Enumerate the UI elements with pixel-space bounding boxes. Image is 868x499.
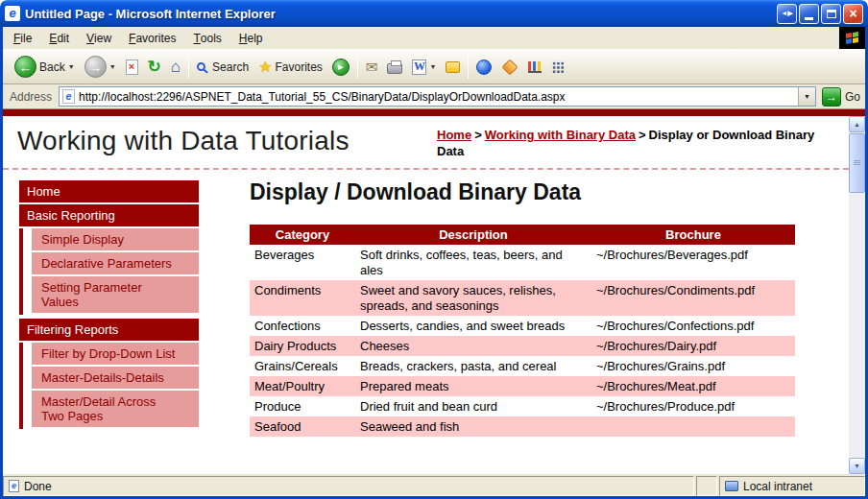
local-intranet-icon	[725, 481, 738, 491]
breadcrumb-separator: >	[639, 128, 646, 142]
cell-brochure: ~/Brochures/Beverages.pdf	[591, 245, 795, 280]
ie-logo-icon: e	[5, 6, 20, 21]
page-title: Display / Download Binary Data	[250, 179, 827, 205]
favorites-star-icon: ★	[258, 59, 272, 75]
edit-dropdown-icon[interactable]: ▼	[429, 63, 436, 70]
status-left-panel: Done	[3, 476, 694, 496]
close-button[interactable]: ×	[843, 4, 863, 24]
mail-button[interactable]: ✉	[361, 53, 383, 82]
sidebar-item-master-detail-across-two-pages[interactable]: Master/Detail Across Two Pages	[32, 391, 199, 427]
sidebar-item-filtering-reports[interactable]: Filtering Reports	[19, 319, 199, 341]
research-button[interactable]	[523, 53, 546, 82]
breadcrumb-link-working-with-binary-data[interactable]: Working with Binary Data	[485, 128, 636, 142]
sidebar-item-master-details-details[interactable]: Master-Details-Details	[32, 367, 199, 389]
table-row-dairy-products: Dairy ProductsCheeses~/Brochures/Dairy.p…	[250, 336, 795, 356]
address-bar: Address e http://localhost:2296/ASPNET_D…	[3, 84, 865, 109]
search-label: Search	[212, 60, 249, 74]
status-right-panel: Local intranet	[719, 476, 865, 496]
home-icon: ⌂	[171, 59, 181, 75]
msn-icon	[502, 59, 518, 75]
sidebar-item-setting-parameter-values[interactable]: Setting Parameter Values	[32, 276, 199, 313]
table-head: CategoryDescriptionBrochure	[250, 225, 795, 245]
forward-icon: →	[84, 56, 107, 78]
minimize-button[interactable]	[799, 4, 819, 24]
messenger-button[interactable]	[471, 53, 496, 82]
sidebar-item-home[interactable]: Home	[19, 180, 199, 202]
forward-button[interactable]: → ▼	[80, 53, 121, 82]
cell-description: Seaweed and fish	[355, 416, 591, 437]
media-play-glyph: ▸	[338, 60, 344, 73]
status-middle-panel	[696, 476, 717, 496]
minimize-icon	[805, 17, 813, 20]
media-button[interactable]: ▸	[327, 53, 354, 82]
home-button[interactable]: ⌂	[166, 53, 185, 82]
table-row-meat-poultry: Meat/PoultryPrepared meats~/Brochures/Me…	[250, 376, 795, 396]
quick-links-button[interactable]	[546, 53, 568, 82]
scroll-down-icon: ▼	[854, 463, 860, 469]
window-border-left	[0, 27, 3, 499]
back-button[interactable]: ← Back ▼	[10, 53, 80, 82]
page-icon-glyph: e	[65, 91, 71, 102]
menu-help[interactable]: Help	[230, 27, 272, 49]
cell-brochure: ~/Brochures/Grains.pdf	[591, 356, 795, 376]
table-row-condiments: CondimentsSweet and savory sauces, relis…	[250, 280, 795, 316]
research-icon	[528, 61, 542, 73]
refresh-button[interactable]: ↻	[143, 53, 166, 82]
back-dropdown-icon[interactable]: ▼	[68, 63, 75, 70]
cell-category: Dairy Products	[250, 336, 355, 356]
window-title: Untitled Page - Microsoft Internet Explo…	[25, 7, 276, 21]
toolbar: ← Back ▼ → ▼ × ↻ ⌂ Search ★ Favorites ▸	[3, 50, 865, 84]
table-header-description: Description	[355, 225, 591, 245]
sidebar-item-declarative-parameters[interactable]: Declarative Parameters	[32, 252, 199, 274]
maximize-icon	[827, 10, 836, 18]
scrollbar-thumb[interactable]	[849, 133, 865, 193]
cell-category: Meat/Poultry	[250, 376, 355, 396]
go-button[interactable]: → Go	[822, 87, 860, 107]
sidebar-item-filter-by-drop-down-list[interactable]: Filter by Drop-Down List	[32, 343, 199, 365]
menu-edit[interactable]: Edit	[40, 27, 78, 49]
window-arrows-button[interactable]: ◄▶	[777, 4, 797, 24]
scroll-up-button[interactable]: ▲	[849, 116, 865, 132]
title-bar[interactable]: e Untitled Page - Microsoft Internet Exp…	[0, 0, 868, 27]
print-button[interactable]	[382, 53, 407, 82]
menu-file[interactable]: File	[5, 27, 40, 49]
cell-category: Produce	[250, 396, 355, 416]
go-arrow-glyph: →	[826, 90, 837, 104]
search-button[interactable]: Search	[192, 53, 253, 82]
forward-dropdown-icon[interactable]: ▼	[109, 63, 116, 70]
mail-icon: ✉	[366, 59, 378, 74]
cell-description: Breads, crackers, pasta, and cereal	[355, 356, 591, 376]
status-bar: Done Local intranet	[3, 474, 865, 496]
cell-category: Condiments	[250, 280, 355, 316]
document-icon	[9, 480, 19, 492]
zone-text: Local intranet	[743, 480, 812, 493]
menu-view[interactable]: View	[78, 27, 120, 49]
msn-button[interactable]	[496, 53, 523, 82]
table-row-beverages: BeveragesSoft drinks, coffees, teas, bee…	[250, 245, 795, 280]
scroll-down-button[interactable]: ▼	[849, 458, 865, 474]
sidebar-item-simple-display[interactable]: Simple Display	[32, 228, 199, 250]
maximize-button[interactable]	[821, 4, 841, 24]
forward-arrow-glyph: →	[88, 59, 102, 75]
data-table: CategoryDescriptionBrochure BeveragesSof…	[250, 225, 795, 437]
go-label: Go	[845, 90, 860, 104]
table-header-brochure: Brochure	[591, 225, 795, 245]
discuss-button[interactable]	[441, 53, 465, 82]
grid-icon	[551, 60, 564, 73]
cell-category: Seafood	[250, 416, 355, 437]
sidebar-menu: HomeBasic ReportingSimple DisplayDeclara…	[19, 180, 199, 447]
menu-favorites[interactable]: Favorites	[120, 27, 184, 49]
address-dropdown-button[interactable]: ▼	[798, 87, 815, 106]
go-icon: →	[822, 87, 841, 107]
sidebar-item-basic-reporting[interactable]: Basic Reporting	[19, 204, 199, 226]
breadcrumb-link-home[interactable]: Home	[437, 128, 471, 142]
edit-with-word-button[interactable]: W ▼	[407, 53, 441, 82]
vertical-scrollbar[interactable]: ▲ ▼	[849, 116, 865, 474]
favorites-button[interactable]: ★ Favorites	[253, 53, 327, 82]
menu-tools[interactable]: Tools	[184, 27, 229, 49]
stop-button[interactable]: ×	[121, 53, 143, 82]
page-viewport: Working with Data Tutorials Home>Working…	[3, 116, 865, 474]
back-label: Back	[39, 60, 65, 74]
address-input[interactable]: e http://localhost:2296/ASPNET_Data_Tuto…	[59, 86, 816, 107]
status-text: Done	[24, 480, 52, 493]
